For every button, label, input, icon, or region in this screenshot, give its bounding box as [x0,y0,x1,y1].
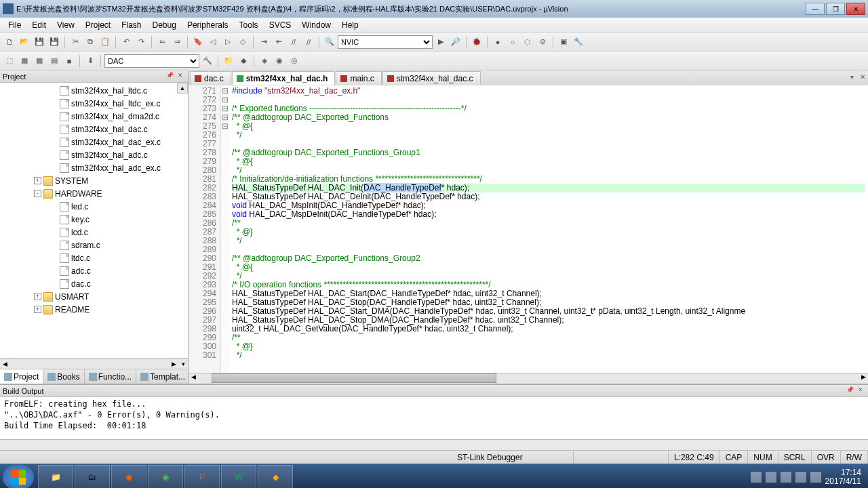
task-word-icon[interactable]: W [221,465,256,488]
bp-insert-icon[interactable]: ● [491,35,505,49]
nav-fwd-icon[interactable]: ⇒ [170,35,184,49]
scroll-thumb[interactable] [212,373,496,383]
tree-file[interactable]: stm32f4xx_hal_adc_ex.c [0,161,188,174]
menu-tools[interactable]: Tools [234,19,264,31]
comment-icon[interactable]: // [287,35,300,49]
bookmark-next-icon[interactable]: ▷ [221,35,235,49]
code-editor[interactable]: 2712722732742752762772782792802812822832… [189,85,868,373]
bookmark-clear-icon[interactable]: ◇ [236,35,250,49]
tree-folder[interactable]: +USMART [0,290,188,303]
project-tab[interactable]: Templat... [136,369,190,384]
undo-icon[interactable]: ↶ [119,35,133,49]
download-icon[interactable]: ⬇ [83,54,97,68]
build-pin-icon[interactable]: 📌 [845,386,854,396]
start-button[interactable] [3,465,34,488]
bookmark-icon[interactable]: 🔖 [191,35,205,49]
tree-file[interactable]: lcd.c [0,226,188,239]
tray-flag-icon[interactable] [766,472,776,483]
paste-icon[interactable]: 📋 [98,35,112,49]
task-explorer-icon[interactable]: 📁 [38,465,73,488]
tree-folder[interactable]: -HARDWARE [0,187,188,200]
project-tab[interactable]: Books [43,369,84,384]
menu-project[interactable]: Project [80,19,116,31]
tabs-close-icon[interactable]: ✕ [857,73,868,83]
bookmark-prev-icon[interactable]: ◁ [206,35,220,49]
task-uvision-icon[interactable]: ◆ [258,465,293,488]
menu-edit[interactable]: Edit [26,19,52,31]
tree-file[interactable]: stm32f4xx_hal_dac_ex.c [0,136,188,148]
new-icon[interactable]: 🗋 [3,35,16,49]
task-pdf-icon[interactable]: ◉ [111,465,146,488]
code-content[interactable]: #include "stm32f4xx_hal_dac_ex.h"/* Expo… [229,85,868,373]
tray-vol-icon[interactable] [795,472,806,483]
expander-icon[interactable]: + [34,177,41,184]
task-ppt-icon[interactable]: P [184,465,220,488]
restore-button[interactable]: ❐ [826,3,845,15]
tray-net-icon[interactable] [781,472,791,483]
tree-file[interactable]: stm32f4xx_hal_ltdc_ex.c [0,97,188,110]
uncomment-icon[interactable]: // [302,35,315,49]
menu-help[interactable]: Help [336,19,364,31]
options-icon[interactable]: 🔨 [201,54,214,68]
editor-tab[interactable]: stm32f4xx_hal_dac.h [232,71,336,85]
editor-hscroll[interactable]: ◀ ▶ [189,373,868,384]
tree-file[interactable]: stm32f4xx_hal_adc.c [0,148,188,161]
fold-gutter[interactable]: ⊟⊟⊟⊟⊟ [221,85,229,373]
pack2-icon[interactable]: ◉ [273,54,286,68]
tabs-menu-icon[interactable]: ▾ [846,73,857,83]
build-icon[interactable]: ▦ [18,54,31,68]
find-combo[interactable]: NVIC [338,35,433,49]
tree-file[interactable]: sdram.c [0,239,188,251]
editor-tab[interactable]: dac.c [190,71,231,85]
config-icon[interactable]: 🔧 [572,35,585,49]
task-app-icon[interactable]: ◉ [148,465,183,488]
stop-build-icon[interactable]: ■ [62,54,76,68]
cut-icon[interactable]: ✂ [68,35,82,49]
editor-tab[interactable]: main.c [336,71,381,85]
build-output-text[interactable]: FromELF: creating hex file... "..\OBJ\DA… [0,397,868,439]
manage-icon[interactable]: 📁 [222,54,235,68]
target-combo[interactable]: DAC [104,54,199,68]
hscroll-menu-icon[interactable]: ▾ [178,361,188,367]
menu-svcs[interactable]: SVCS [264,19,297,31]
pack-icon[interactable]: ◈ [258,54,271,68]
tree-folder[interactable]: +SYSTEM [0,174,188,187]
project-tab[interactable]: Functio... [85,369,136,384]
menu-debug[interactable]: Debug [147,19,182,31]
nav-back-icon[interactable]: ⇐ [155,35,169,49]
batch-build-icon[interactable]: ▤ [47,54,61,68]
tree-file[interactable]: stm32f4xx_hal_ltdc.c [0,84,188,97]
tree-file[interactable]: stm32f4xx_hal_dma2d.c [0,110,188,123]
outdent-icon[interactable]: ⇤ [272,35,285,49]
find-next-icon[interactable]: ▶ [434,35,448,49]
project-tab[interactable]: Project [0,369,43,384]
tree-folder[interactable]: +README [0,303,188,316]
project-tree[interactable]: ▲ stm32f4xx_hal_ltdc.cstm32f4xx_hal_ltdc… [0,83,188,358]
hscroll-right-icon[interactable]: ▶ [169,361,178,367]
tree-file[interactable]: stm32f4xx_hal_dac.c [0,123,188,136]
panel-close-icon[interactable]: ✕ [176,72,185,81]
debug-icon[interactable]: 🐞 [470,35,484,49]
manage-rte-icon[interactable]: ◆ [237,54,250,68]
tree-file[interactable]: led.c [0,200,188,213]
pin-icon[interactable]: 📌 [165,72,174,81]
expander-icon[interactable]: + [34,306,41,313]
menu-flash[interactable]: Flash [116,19,146,31]
minimize-button[interactable]: — [806,3,825,15]
save-all-icon[interactable]: 💾 [47,35,61,49]
bp-kill-icon[interactable]: ⊘ [536,35,549,49]
scroll-up-icon[interactable]: ▲ [177,83,188,94]
ed-scroll-right-icon[interactable]: ▶ [859,373,868,384]
rebuild-icon[interactable]: ▦ [33,54,46,68]
expander-icon[interactable]: - [34,190,41,197]
tray-up-icon[interactable] [751,472,762,483]
build-hscroll[interactable] [0,439,868,450]
tree-file[interactable]: adc.c [0,264,188,277]
hscroll-left-icon[interactable]: ◀ [0,361,9,367]
tree-file[interactable]: ltdc.c [0,251,188,264]
window-icon[interactable]: ▣ [557,35,570,49]
bp-disable-icon[interactable]: ◌ [521,35,534,49]
bp-enable-icon[interactable]: ○ [506,35,519,49]
translate-icon[interactable]: ⬚ [3,54,16,68]
task-folder-icon[interactable]: 🗂 [75,465,110,488]
